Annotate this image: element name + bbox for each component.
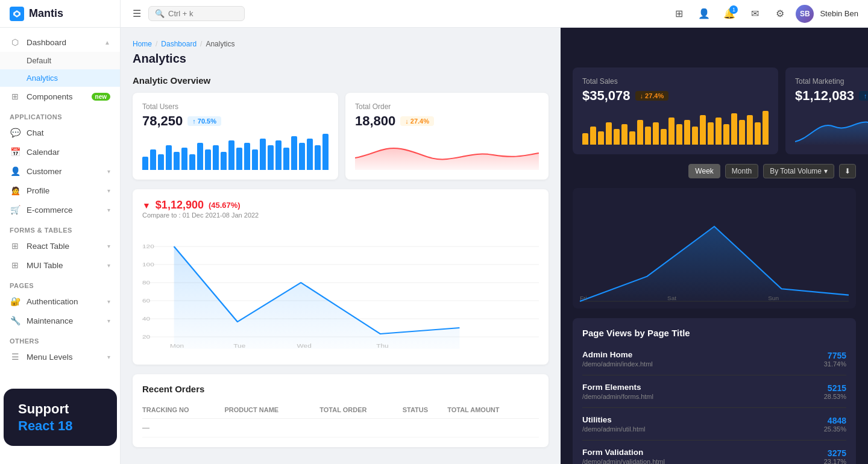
recent-orders-title: Recent Orders: [142, 384, 539, 394]
svg-text:Wed: Wed: [297, 342, 312, 348]
chevron-up-icon: ▲: [104, 39, 110, 46]
sidebar-item-dashboard[interactable]: ⬡ Dashboard ▲: [0, 33, 120, 52]
chevron-down-icon7: ▾: [107, 318, 110, 324]
ecommerce-icon: 🛒: [10, 205, 20, 215]
pv-url-3: /demo/admin/validation.html: [582, 458, 824, 464]
pv-count-1: 5215: [824, 383, 846, 393]
bar: [260, 139, 266, 171]
bar: [582, 133, 588, 145]
pv-pct-3: 23.17%: [824, 458, 846, 465]
week-btn[interactable]: Week: [688, 164, 720, 178]
breadcrumb-sep2: /: [200, 40, 202, 48]
pv-right-0: 7755 31.74%: [824, 351, 846, 368]
stat-card-orders: Total Order 18,800 ↓ 27.4%: [345, 93, 549, 180]
bar: [307, 139, 313, 171]
sidebar-item-default[interactable]: Default: [0, 52, 120, 69]
page-views-list: Admin Home /demo/admin/index.html 7755 3…: [582, 343, 846, 464]
volume-btn[interactable]: By Total Volume ▾: [763, 164, 834, 178]
svg-text:80: 80: [142, 279, 150, 285]
col-tracking: Tracking No: [142, 401, 224, 419]
page-views-section: Page Views by Page Title Admin Home /dem…: [573, 318, 856, 464]
svg-text:Sat: Sat: [667, 295, 676, 301]
income-left: ▼ $1,12,900 (45.67%) Compare to : 01 Dec…: [142, 199, 259, 226]
support-popup[interactable]: Support React 18: [4, 389, 117, 446]
forms-section-label: Forms & Tables: [0, 219, 120, 236]
col-total-order: Total Order: [319, 401, 402, 419]
sales-badge: ↓ 27.4%: [635, 91, 669, 101]
bar: [676, 124, 682, 145]
bar: [668, 118, 675, 145]
sidebar-item-analytics[interactable]: Analytics: [0, 69, 120, 87]
sidebar-item-menu-levels[interactable]: ☰ Menu Levels ▾: [0, 347, 120, 366]
mail-btn[interactable]: ✉: [745, 4, 764, 24]
stat-card-users: Total Users 78,250 ↑ 70.5%: [133, 93, 338, 180]
sidebar-item-ecommerce[interactable]: 🛒 E-commerce ▾: [0, 200, 120, 219]
stat-card-sales: Total Sales $35,078 ↓ 27.4%: [573, 67, 778, 154]
bar: [174, 152, 180, 170]
search-input[interactable]: [168, 9, 238, 18]
user-circle-icon-btn[interactable]: 👤: [694, 4, 714, 24]
pv-item-1: Form Elements /demo/admin/forms.html 521…: [582, 375, 846, 408]
svg-text:Thu: Thu: [376, 342, 389, 348]
orders-area-chart: [355, 134, 539, 170]
sidebar-logo[interactable]: Mantis: [0, 0, 120, 28]
breadcrumb-home[interactable]: Home: [133, 40, 152, 48]
topnav-left: ☰ 🔍: [130, 5, 664, 22]
orders-value-row: 18,800 ↓ 27.4%: [355, 113, 539, 129]
components-label: Components: [27, 92, 73, 101]
mui-table-icon: ⊞: [10, 260, 20, 270]
pv-item-2: Utilities /demo/admin/util.html 4848 25.…: [582, 408, 846, 440]
down-arrow-icon: ↓: [405, 118, 409, 125]
chevron-down-icon6: ▾: [107, 298, 110, 305]
bar: [598, 131, 604, 145]
calendar-icon: 📅: [10, 147, 20, 157]
sidebar-item-react-table[interactable]: ⊞ React Table ▾: [0, 236, 120, 256]
sidebar-item-components[interactable]: ⊞ Components new: [0, 87, 120, 106]
sidebar-item-mui-table[interactable]: ⊞ MUI Table ▾: [0, 256, 120, 275]
sidebar-item-profile[interactable]: 🙍 Profile ▾: [0, 181, 120, 200]
user-name[interactable]: Stebin Ben: [820, 9, 858, 18]
stat-card-marketing: Total Marketing $1,12,083 ↑ 70.5%: [785, 67, 868, 154]
pv-page-2: Utilities: [582, 415, 824, 424]
profile-icon: 🙍: [10, 186, 20, 195]
main-area: ☰ 🔍 ⊞ 👤 🔔 1 ✉ ⚙ SB Stebin: [121, 0, 868, 464]
sidebar-item-maintenance[interactable]: 🔧 Maintenance ▾: [0, 311, 120, 330]
bar: [244, 143, 250, 170]
download-btn[interactable]: ⬇: [839, 164, 856, 178]
pv-left-3: Form Validation /demo/admin/validation.h…: [582, 448, 824, 464]
topnav-right: ⊞ 👤 🔔 1 ✉ ⚙ SB Stebin Ben: [669, 4, 858, 24]
income-amount-row: ▼ $1,12,900 (45.67%): [142, 199, 259, 212]
marketing-label: Total Marketing: [795, 77, 868, 86]
settings-btn[interactable]: ⚙: [770, 4, 790, 24]
page-views-header: Page Views by Page Title: [582, 328, 846, 338]
bar: [645, 127, 651, 145]
users-label: Total Users: [142, 102, 329, 111]
menu-toggle-icon[interactable]: ☰: [130, 5, 143, 22]
bar: [268, 145, 274, 170]
avatar[interactable]: SB: [796, 5, 814, 23]
page-views-title: Page Views by Page Title: [582, 328, 690, 338]
pv-right-1: 5215 28.53%: [824, 383, 846, 400]
left-panel: Home / Dashboard / Analytics Analytics A…: [121, 28, 561, 464]
search-box[interactable]: 🔍: [148, 6, 245, 21]
bar: [150, 149, 156, 170]
bar: [228, 140, 234, 170]
pv-count-2: 4848: [824, 416, 846, 425]
cell-product: [224, 419, 319, 437]
bar: [275, 140, 281, 170]
up-arrow-icon2: ↑: [864, 92, 867, 99]
recent-orders-card: Recent Orders Tracking No Product Name T…: [133, 374, 549, 447]
breadcrumb-dashboard[interactable]: Dashboard: [161, 40, 197, 48]
sidebar-item-calendar[interactable]: 📅 Calendar: [0, 142, 120, 161]
sidebar-item-chat[interactable]: 💬 Chat: [0, 123, 120, 142]
grid-icon-btn[interactable]: ⊞: [669, 4, 688, 24]
sidebar-item-customer[interactable]: 👤 Customer ▾: [0, 161, 120, 181]
bar: [621, 124, 627, 145]
notification-btn[interactable]: 🔔 1: [720, 4, 739, 24]
orders-value: 18,800: [355, 113, 395, 129]
bar: [291, 136, 297, 170]
bar: [205, 149, 211, 170]
table-row: —: [142, 419, 539, 437]
month-btn[interactable]: Month: [725, 164, 758, 178]
sidebar-item-authentication[interactable]: 🔐 Authentication ▾: [0, 292, 120, 311]
